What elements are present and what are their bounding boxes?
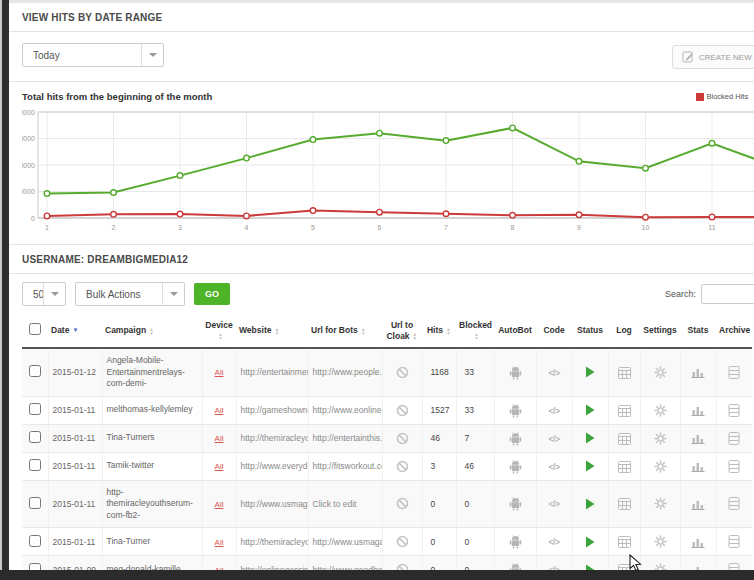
cell-select[interactable]	[22, 396, 48, 424]
page-size-select[interactable]: 50	[22, 282, 66, 306]
cell-archive[interactable]	[716, 396, 752, 424]
cell-hits: 3	[422, 452, 456, 480]
svg-text:200000: 200000	[22, 109, 35, 116]
cell-autobot[interactable]	[494, 396, 536, 424]
cell-device[interactable]: All	[202, 480, 236, 527]
cell-code[interactable]: </>	[536, 424, 572, 452]
cell-settings[interactable]	[640, 424, 680, 452]
cell-autobot[interactable]	[494, 528, 536, 556]
cell-code[interactable]: </>	[536, 348, 572, 396]
cell-select[interactable]	[22, 452, 48, 480]
cell-stats[interactable]	[680, 424, 716, 452]
cell-url_to_cloak[interactable]	[382, 348, 422, 396]
column-header-campaign[interactable]: Campaign▲▼	[102, 314, 202, 348]
row-checkbox[interactable]	[29, 535, 41, 547]
cell-log[interactable]	[608, 452, 640, 480]
column-header-device[interactable]: Device▲▼	[202, 314, 236, 348]
cell-stats[interactable]	[680, 348, 716, 396]
device-link[interactable]: All	[215, 538, 224, 547]
column-header-date[interactable]: Date▼	[48, 314, 102, 348]
go-button[interactable]: GO	[194, 283, 230, 305]
cell-url_to_cloak[interactable]	[382, 396, 422, 424]
cell-url_to_cloak[interactable]	[382, 480, 422, 527]
cell-archive[interactable]	[716, 480, 752, 527]
cell-select[interactable]	[22, 528, 48, 556]
cell-select[interactable]	[22, 480, 48, 527]
cell-status[interactable]	[572, 452, 608, 480]
cell-log[interactable]	[608, 396, 640, 424]
cell-settings[interactable]	[640, 396, 680, 424]
row-checkbox[interactable]	[29, 497, 41, 509]
column-header-settings: Settings	[640, 314, 680, 348]
row-checkbox[interactable]	[29, 403, 41, 415]
cell-log[interactable]	[608, 348, 640, 396]
cell-url_for_bots: http://www.people.com/ar...	[308, 348, 382, 396]
cell-url_to_cloak[interactable]	[382, 528, 422, 556]
table-row: 2015-01-12Angela-Mobile-Entertainmentrel…	[22, 348, 752, 396]
column-header-select[interactable]	[22, 314, 48, 348]
cell-log[interactable]	[608, 424, 640, 452]
cell-stats[interactable]	[680, 452, 716, 480]
cell-settings[interactable]	[640, 480, 680, 527]
cell-autobot[interactable]	[494, 348, 536, 396]
cell-device[interactable]: All	[202, 348, 236, 396]
cell-archive[interactable]	[716, 452, 752, 480]
cell-select[interactable]	[22, 348, 48, 396]
search-input[interactable]	[701, 284, 754, 304]
cell-select[interactable]	[22, 424, 48, 452]
cell-autobot[interactable]	[494, 424, 536, 452]
cell-settings[interactable]	[640, 528, 680, 556]
cell-status[interactable]	[572, 528, 608, 556]
cell-status[interactable]	[572, 396, 608, 424]
cell-device[interactable]: All	[202, 424, 236, 452]
cell-code[interactable]: </>	[536, 528, 572, 556]
ban-icon	[396, 460, 409, 473]
cell-autobot[interactable]	[494, 480, 536, 527]
column-header-hits[interactable]: Hits▲▼	[422, 314, 456, 348]
cell-log[interactable]	[608, 480, 640, 527]
select-all-checkbox[interactable]	[29, 323, 41, 335]
cell-archive[interactable]	[716, 528, 752, 556]
column-header-url_for_bots[interactable]: Url for Bots▲▼	[308, 314, 382, 348]
cell-settings[interactable]	[640, 452, 680, 480]
cell-device[interactable]: All	[202, 452, 236, 480]
device-link[interactable]: All	[215, 434, 224, 443]
column-header-blocked[interactable]: Blocked▲▼	[456, 314, 494, 348]
cell-device[interactable]: All	[202, 396, 236, 424]
column-header-url_to_cloak[interactable]: Url to Cloak▲▼	[382, 314, 422, 348]
cell-stats[interactable]	[680, 396, 716, 424]
device-link[interactable]: All	[215, 406, 224, 415]
cell-url_to_cloak[interactable]	[382, 452, 422, 480]
cell-stats[interactable]	[680, 480, 716, 527]
cell-code[interactable]: </>	[536, 452, 572, 480]
row-checkbox[interactable]	[29, 459, 41, 471]
device-link[interactable]: All	[215, 500, 224, 509]
date-range-select[interactable]: Today	[22, 43, 164, 67]
log-icon	[618, 404, 631, 417]
device-link[interactable]: All	[215, 368, 224, 377]
cell-log[interactable]	[608, 528, 640, 556]
cell-code[interactable]: </>	[536, 396, 572, 424]
chevron-down-icon	[162, 283, 184, 305]
create-new-campaign-button[interactable]: CREATE NEW CAMPAIGN	[672, 45, 754, 69]
column-label: Url for Bots	[311, 325, 358, 335]
cell-stats[interactable]	[680, 528, 716, 556]
cell-archive[interactable]	[716, 424, 752, 452]
cell-settings[interactable]	[640, 348, 680, 396]
cell-status[interactable]	[572, 424, 608, 452]
cell-autobot[interactable]	[494, 452, 536, 480]
svg-text:50000: 50000	[22, 188, 35, 195]
row-checkbox[interactable]	[29, 431, 41, 443]
cell-status[interactable]	[572, 480, 608, 527]
bulk-actions-select[interactable]: Bulk Actions	[75, 282, 185, 306]
device-link[interactable]: All	[215, 462, 224, 471]
row-checkbox[interactable]	[29, 365, 41, 377]
cell-device[interactable]: All	[202, 528, 236, 556]
column-label: Status	[577, 325, 603, 335]
cell-code[interactable]: </>	[536, 480, 572, 527]
column-label: Campaign	[105, 325, 146, 335]
cell-archive[interactable]	[716, 348, 752, 396]
column-header-website[interactable]: Website▲▼	[236, 314, 308, 348]
cell-status[interactable]	[572, 348, 608, 396]
cell-url_to_cloak[interactable]	[382, 424, 422, 452]
